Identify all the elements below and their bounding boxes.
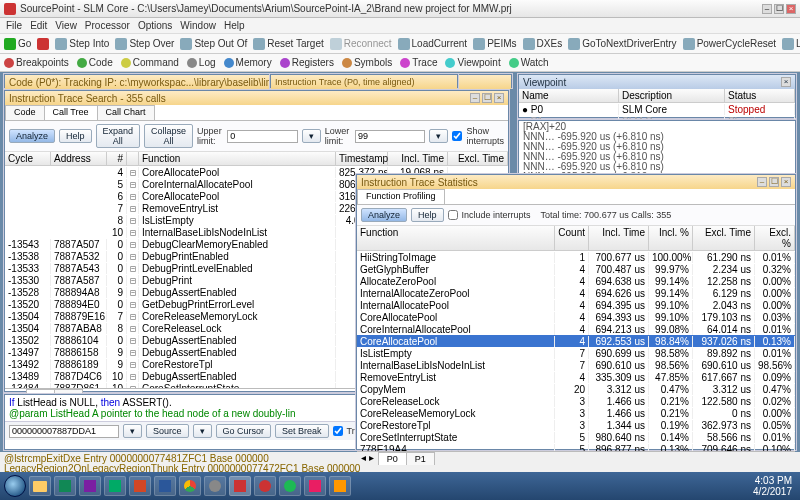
tb-loadss[interactable]: LoadStramSymbols — [782, 38, 800, 50]
tab-func-profiling[interactable]: Function Profiling — [357, 189, 445, 204]
stats-row[interactable]: GetGlyphBuffer4700.487 us99.97%2.234 us0… — [357, 263, 795, 275]
start-button[interactable] — [4, 475, 26, 497]
stats-help-button[interactable]: Help — [411, 208, 444, 222]
help-button[interactable]: Help — [59, 129, 92, 143]
menu-view[interactable]: View — [55, 20, 77, 31]
lower-spin[interactable]: ▾ — [429, 129, 448, 143]
tb-gonext[interactable]: GoToNextDriverEntry — [568, 38, 676, 50]
task-explorer[interactable] — [29, 476, 51, 496]
collapseall-button[interactable]: Collapse All — [144, 124, 193, 148]
stats-row[interactable]: InternalBaseLibIsNodeInList7690.610 us98… — [357, 359, 795, 371]
stats-row[interactable]: CoreSetInterruptState5980.640 ns0.14%58.… — [357, 431, 795, 443]
addr-drop[interactable]: ▾ — [123, 424, 142, 438]
view-trace[interactable]: Trace — [400, 57, 437, 68]
menu-window[interactable]: Window — [180, 20, 216, 31]
expandall-button[interactable]: Expand All — [96, 124, 141, 148]
tb-peims[interactable]: PEIMs — [473, 38, 516, 50]
tb-pcr[interactable]: PowerCycleReset — [683, 38, 776, 50]
minimize-button[interactable]: – — [762, 4, 772, 14]
maximize-button[interactable]: ☐ — [774, 4, 784, 14]
stats-row[interactable]: CoreAllocatePool4692.553 us98.84%937.026… — [357, 335, 795, 347]
task-word[interactable] — [154, 476, 176, 496]
menu-edit[interactable]: Edit — [30, 20, 47, 31]
stats-row[interactable]: 778E19A45896.877 ns0.13%709.646 ns0.10% — [357, 443, 795, 451]
stats-tab-p0[interactable]: P0 — [378, 452, 407, 465]
ts-close-icon[interactable]: × — [494, 93, 504, 103]
tb-reconnect[interactable]: Reconnect — [330, 38, 392, 50]
source-button[interactable]: Source — [146, 424, 189, 438]
tb-loadcurrent[interactable]: LoadCurrent — [398, 38, 468, 50]
stats-analyze-button[interactable]: Analyze — [361, 208, 407, 222]
tb-stepinto[interactable]: Step Into — [55, 38, 109, 50]
view-watch[interactable]: Watch — [509, 57, 549, 68]
analyze-button[interactable]: Analyze — [9, 129, 55, 143]
tb-resettarget[interactable]: Reset Target — [253, 38, 324, 50]
view-log[interactable]: Log — [187, 57, 216, 68]
menu-options[interactable]: Options — [138, 20, 172, 31]
stats-row[interactable]: CoreReleaseLock31.466 us0.21%122.580 ns0… — [357, 395, 795, 407]
st-min-icon[interactable]: – — [757, 177, 767, 187]
stats-row[interactable]: InternalAllocateZeroPool4694.626 us99.14… — [357, 287, 795, 299]
tab-code[interactable]: Code — [5, 105, 45, 120]
gocursor-button[interactable]: Go Cursor — [216, 424, 272, 438]
task-app2[interactable] — [254, 476, 276, 496]
tb-stepout[interactable]: Step Out Of — [180, 38, 247, 50]
stats-tab-p1[interactable]: P1 — [406, 452, 435, 465]
tab-callchart[interactable]: Call Chart — [97, 105, 155, 120]
upper-spin[interactable]: ▾ — [302, 129, 321, 143]
stats-row[interactable]: HiiStringToImage1700.677 us100.00%61.290… — [357, 251, 795, 263]
stats-row[interactable]: AllocateZeroPool4694.638 us99.14%12.258 … — [357, 275, 795, 287]
ts-max-icon[interactable]: ☐ — [482, 93, 492, 103]
task-app3[interactable] — [304, 476, 326, 496]
task-excel[interactable] — [54, 476, 76, 496]
task-app4[interactable] — [329, 476, 351, 496]
stats-row[interactable]: IsListEmpty7690.699 us98.58%89.892 ns0.0… — [357, 347, 795, 359]
include-interrupts-checkbox[interactable] — [448, 210, 458, 220]
task-spotify[interactable] — [279, 476, 301, 496]
view-viewpoint[interactable]: Viewpoint — [445, 57, 500, 68]
view-memory[interactable]: Memory — [224, 57, 272, 68]
stats-row[interactable]: CoreReleaseMemoryLock31.466 us0.21%0 ns0… — [357, 407, 795, 419]
menu-help[interactable]: Help — [224, 20, 245, 31]
show-interrupts-checkbox[interactable] — [452, 131, 462, 141]
trace-search-title[interactable]: Instruction Trace Search - 355 calls –☐× — [5, 91, 508, 105]
system-tray[interactable]: 4:03 PM 4/2/2017 — [753, 475, 796, 497]
upper-input[interactable] — [227, 130, 297, 143]
view-registers[interactable]: Registers — [280, 57, 334, 68]
view-command[interactable]: Command — [121, 57, 179, 68]
setbreak-button[interactable]: Set Break — [275, 424, 329, 438]
menu-processor[interactable]: Processor — [85, 20, 130, 31]
task-chrome[interactable] — [179, 476, 201, 496]
stats-row[interactable]: RemoveEntryList4335.309 us47.85%617.667 … — [357, 371, 795, 383]
lower-input[interactable] — [355, 130, 425, 143]
tb-dxes[interactable]: DXEs — [523, 38, 563, 50]
tab-calltree[interactable]: Call Tree — [44, 105, 98, 120]
source-drop[interactable]: ▾ — [193, 424, 212, 438]
view-code[interactable]: Code — [77, 57, 113, 68]
task-ppt[interactable] — [129, 476, 151, 496]
view-symbols[interactable]: Symbols — [342, 57, 392, 68]
addr-input[interactable] — [9, 425, 119, 438]
trace-stats-title[interactable]: Instruction Trace Statistics –☐× — [357, 175, 795, 189]
stats-row[interactable]: InternalAllocatePool4694.395 us99.10%2.0… — [357, 299, 795, 311]
trackip-checkbox[interactable] — [333, 426, 343, 436]
close-button[interactable]: × — [786, 4, 796, 14]
tb-stop[interactable] — [37, 38, 49, 50]
task-onenote[interactable] — [79, 476, 101, 496]
ts-min-icon[interactable]: – — [470, 93, 480, 103]
vp-close-icon[interactable]: × — [781, 77, 791, 87]
viewpoint-row[interactable]: ● P0SLM CoreStopped — [519, 103, 795, 115]
menu-file[interactable]: File — [6, 20, 22, 31]
task-app1[interactable] — [204, 476, 226, 496]
stats-row[interactable]: CopyMem203.312 us0.47%3.312 us0.47% — [357, 383, 795, 395]
task-sourcepoint[interactable] — [229, 476, 251, 496]
stats-row[interactable]: CoreInternalAllocatePool4694.213 us99.08… — [357, 323, 795, 335]
stats-row[interactable]: CoreAllocatePool4694.393 us99.10%179.103… — [357, 311, 795, 323]
tb-stepover[interactable]: Step Over — [115, 38, 174, 50]
task-outlook[interactable] — [104, 476, 126, 496]
stats-row[interactable]: CoreRestoreTpl31.344 us0.19%362.973 ns0.… — [357, 419, 795, 431]
view-breakpoints[interactable]: Breakpoints — [4, 57, 69, 68]
st-close-icon[interactable]: × — [781, 177, 791, 187]
viewpoint-title[interactable]: Viewpoint × — [519, 75, 795, 89]
st-max-icon[interactable]: ☐ — [769, 177, 779, 187]
